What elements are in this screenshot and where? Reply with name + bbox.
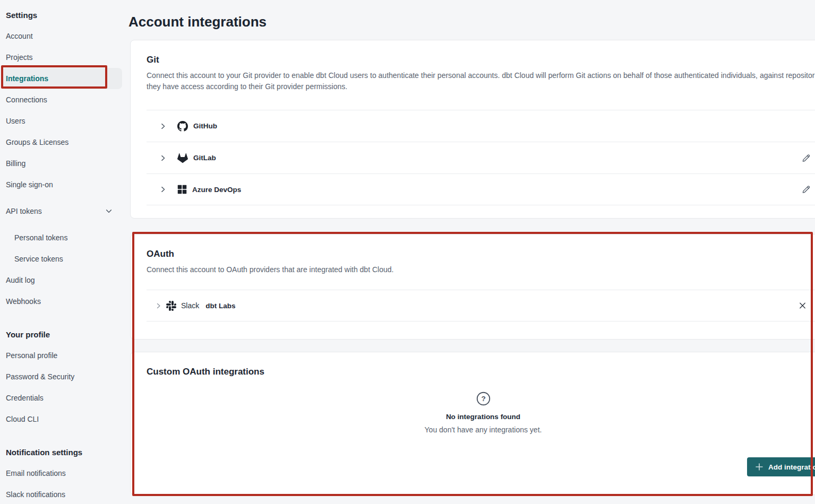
sidebar-item-single-sign-on[interactable]: Single sign-on [0,174,127,195]
sidebar-item-label: Email notifications [6,469,66,477]
sidebar-header-settings: Settings [0,4,127,25]
sidebar-item-projects[interactable]: Projects [0,47,127,68]
azure-devops-icon [177,185,187,194]
chevron-right-icon[interactable] [159,186,167,193]
sidebar-item-slack-notifications[interactable]: Slack notifications [0,484,127,504]
git-section-card: Git Connect this account to your Git pro… [130,40,815,219]
sidebar-item-label: Account [6,32,33,40]
sidebar-item-label: Webhooks [6,297,41,306]
sidebar-item-account[interactable]: Account [0,25,127,47]
custom-oauth-section-card: Custom OAuth integrations ? No integrati… [130,352,815,495]
sidebar-item-password-security[interactable]: Password & Security [0,366,127,387]
chevron-down-icon [105,207,113,215]
sidebar-item-label: Personal tokens [14,233,67,242]
oauth-section-description: Connect this account to OAuth providers … [147,264,815,275]
sidebar-item-personal-profile[interactable]: Personal profile [0,345,127,366]
add-integration-button-label: Add integration [768,463,815,471]
add-integration-button[interactable]: Add integration [747,457,815,476]
sidebar-item-cloud-cli[interactable]: Cloud CLI [0,409,127,430]
sidebar-item-label: Integrations [6,74,48,83]
oauth-provider-name: Slack [181,301,199,310]
settings-sidebar: SettingsAccountProjectsIntegrationsConne… [0,0,127,504]
sidebar-item-label: Settings [6,11,37,20]
git-row-label: GitLab [193,154,216,162]
sidebar-item-audit-log[interactable]: Audit log [0,270,127,291]
sidebar-header-your-profile: Your profile [0,324,127,345]
sidebar-item-credentials[interactable]: Credentials [0,387,127,409]
question-circle-icon: ? [476,392,491,406]
sidebar-item-email-notifications[interactable]: Email notifications [0,463,127,484]
sidebar-item-label: Projects [6,53,33,62]
oauth-provider-list: Slack dbt Labs [147,290,815,321]
git-row-label: Azure DevOps [192,186,241,194]
sidebar-item-api-tokens[interactable]: API tokens [0,201,127,222]
chevron-right-icon[interactable] [159,123,167,130]
sidebar-item-webhooks[interactable]: Webhooks [0,291,127,312]
git-row-azure-devops[interactable]: Azure DevOps [147,173,815,205]
sidebar-item-label: Users [6,117,25,125]
git-row-gitlab[interactable]: GitLab [147,142,815,173]
sidebar-item-label: Audit log [6,276,35,284]
sidebar-header-notification-settings: Notification settings [0,441,127,463]
sidebar-item-label: Single sign-on [6,180,53,189]
git-description-line: they have access according to their Git … [147,81,815,92]
sidebar-item-label: Slack notifications [6,490,65,499]
oauth-account-name: dbt Labs [205,302,235,310]
github-icon [177,121,188,132]
close-icon[interactable] [799,302,807,310]
oauth-section-title: OAuth [147,248,815,260]
plus-icon [756,463,763,471]
gitlab-icon [177,153,188,163]
sidebar-item-integrations[interactable]: Integrations [2,68,122,89]
sidebar-item-label: Connections [6,95,47,104]
sidebar-item-label: Billing [6,159,25,168]
sidebar-item-label: Credentials [6,394,44,402]
sidebar-item-personal-tokens[interactable]: Personal tokens [0,227,127,248]
edit-pencil-icon[interactable] [802,185,811,194]
git-row-label: GitHub [193,122,217,130]
sidebar-item-label: Service tokens [14,255,63,263]
empty-state-title: No integrations found [147,413,815,421]
git-provider-list: GitHub GitLab [147,110,815,205]
sidebar-item-service-tokens[interactable]: Service tokens [0,248,127,270]
empty-state: ? No integrations found You don't have a… [147,392,815,434]
sidebar-item-label: Your profile [6,330,50,339]
sidebar-item-connections[interactable]: Connections [0,89,127,110]
git-description-line: Connect this account to your Git provide… [147,70,815,81]
sidebar-item-billing[interactable]: Billing [0,153,127,174]
git-section-title: Git [147,54,815,66]
empty-state-subtitle: You don't have any integrations yet. [147,425,815,434]
custom-oauth-section-title: Custom OAuth integrations [147,366,815,378]
chevron-right-icon[interactable] [155,302,162,309]
sidebar-item-label: Cloud CLI [6,415,39,423]
sidebar-item-users[interactable]: Users [0,110,127,132]
edit-pencil-icon[interactable] [802,153,811,162]
chevron-right-icon[interactable] [159,154,167,162]
sidebar-item-label: Groups & Licenses [6,138,68,146]
oauth-section-card: OAuth Connect this account to OAuth prov… [130,234,815,340]
git-section-description: Connect this account to your Git provide… [147,70,815,92]
slack-icon [166,301,176,311]
sidebar-item-label: Password & Security [6,372,74,381]
sidebar-item-label: Personal profile [6,351,57,360]
oauth-row-slack[interactable]: Slack dbt Labs [147,290,815,321]
sidebar-item-groups-licenses[interactable]: Groups & Licenses [0,132,127,153]
git-row-github[interactable]: GitHub [147,110,815,142]
page-title: Account integrations [128,14,267,30]
sidebar-item-label: Notification settings [6,448,82,457]
svg-text:?: ? [481,395,485,403]
sidebar-item-label: API tokens [6,207,42,215]
